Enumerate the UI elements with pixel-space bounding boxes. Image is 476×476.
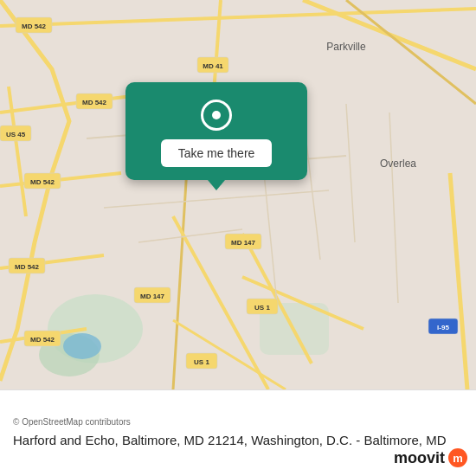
moovit-text: moovit <box>394 449 445 467</box>
svg-text:US 45: US 45 <box>6 131 26 138</box>
svg-text:MD 542: MD 542 <box>82 99 107 106</box>
moovit-logo: moovit m <box>394 448 467 467</box>
osm-attribution: © OpenStreetMap contributors <box>13 417 463 427</box>
map-popup: Take me there <box>125 82 307 180</box>
location-title: Harford and Echo, Baltimore, MD 21214, W… <box>13 432 463 449</box>
svg-text:MD 542: MD 542 <box>15 263 40 271</box>
pin-dot <box>212 111 221 119</box>
svg-text:MD 542: MD 542 <box>30 336 55 344</box>
svg-text:MD 41: MD 41 <box>203 62 223 70</box>
info-bar: © OpenStreetMap contributors Harford and… <box>0 389 476 476</box>
svg-point-4 <box>63 333 101 359</box>
svg-text:MD 542: MD 542 <box>30 178 55 186</box>
svg-text:MD 147: MD 147 <box>140 293 165 300</box>
svg-text:Overlea: Overlea <box>380 158 416 170</box>
svg-text:MD 147: MD 147 <box>231 239 256 247</box>
location-pin-icon <box>201 100 232 131</box>
map-container: MD 542 MD 542 MD 542 MD 542 MD 542 MD 41… <box>0 0 476 389</box>
map-svg: MD 542 MD 542 MD 542 MD 542 MD 542 MD 41… <box>0 0 476 389</box>
svg-text:US 1: US 1 <box>194 358 209 366</box>
svg-text:Parkville: Parkville <box>326 41 366 53</box>
svg-text:MD 542: MD 542 <box>22 23 47 30</box>
svg-text:I-95: I-95 <box>437 324 449 331</box>
moovit-icon: m <box>448 448 467 467</box>
svg-text:US 1: US 1 <box>254 304 270 312</box>
take-me-there-button[interactable]: Take me there <box>161 139 273 167</box>
